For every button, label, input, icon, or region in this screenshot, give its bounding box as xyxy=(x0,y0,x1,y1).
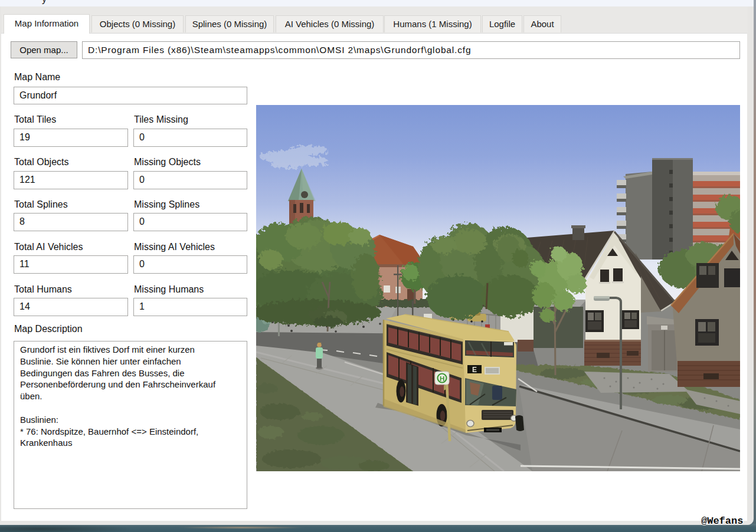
svg-text:H: H xyxy=(440,375,444,382)
svg-text:E: E xyxy=(472,366,477,374)
